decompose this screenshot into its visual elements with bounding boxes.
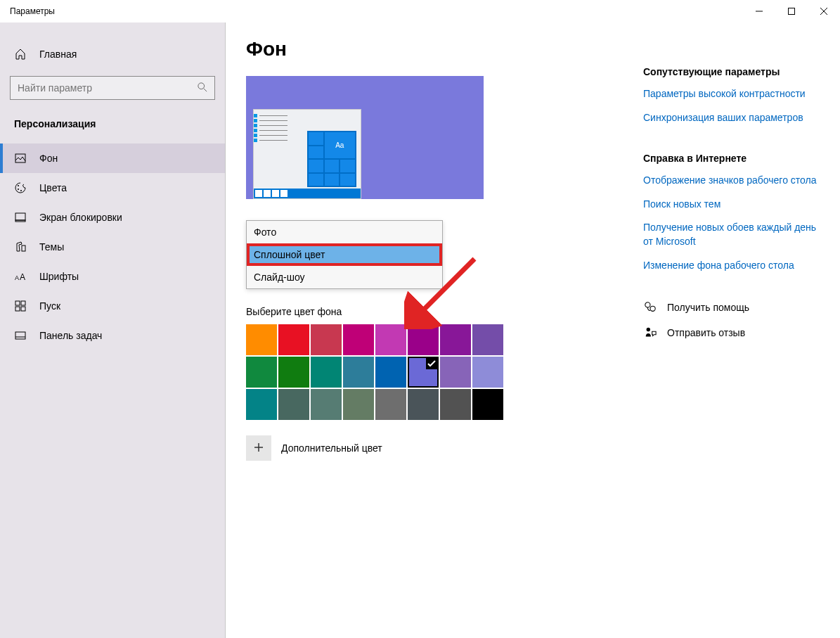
color-swatch-6[interactable] <box>440 324 471 355</box>
fonts-icon: AA <box>14 270 27 283</box>
svg-rect-10 <box>15 213 25 220</box>
lockscreen-icon <box>14 211 27 224</box>
home-label: Главная <box>39 49 77 60</box>
help-heading: Справка в Интернете <box>643 153 819 164</box>
minimize-button[interactable] <box>743 0 775 23</box>
plus-icon <box>253 442 264 455</box>
sidebar-item-2[interactable]: Экран блокировки <box>0 203 225 232</box>
related-link-1[interactable]: Синхронизация ваших параметров <box>643 111 819 125</box>
svg-point-23 <box>645 302 650 307</box>
search-box[interactable] <box>10 76 215 100</box>
color-swatch-5[interactable] <box>408 324 439 355</box>
get-help-button[interactable]: Получить помощь <box>643 300 819 314</box>
svg-rect-16 <box>21 301 25 305</box>
color-swatch-9[interactable] <box>278 357 309 388</box>
sidebar-item-label: Экран блокировки <box>39 212 122 223</box>
content-area: Фон Aa ФотоСплошной цветСлайд-шоу Выбери… <box>246 38 615 638</box>
color-swatch-4[interactable] <box>375 324 406 355</box>
feedback-button[interactable]: Отправить отзыв <box>643 326 819 340</box>
svg-point-9 <box>20 190 22 191</box>
search-input[interactable] <box>18 82 198 94</box>
color-swatch-10[interactable] <box>311 357 342 388</box>
help-link-2[interactable]: Получение новых обоев каждый день от Mic… <box>643 221 819 248</box>
dropdown-option-0[interactable]: Фото <box>247 221 442 243</box>
svg-rect-18 <box>21 307 25 311</box>
color-swatch-23[interactable] <box>472 389 503 420</box>
picture-icon <box>14 152 27 165</box>
color-swatch-2[interactable] <box>311 324 342 355</box>
help-link-1[interactable]: Поиск новых тем <box>643 198 819 212</box>
color-swatch-20[interactable] <box>375 389 406 420</box>
related-heading: Сопутствующие параметры <box>643 66 819 77</box>
help-icon <box>643 300 657 314</box>
themes-icon <box>14 241 27 253</box>
color-swatch-14[interactable] <box>440 357 471 388</box>
add-custom-color-button[interactable] <box>246 435 271 461</box>
color-swatch-17[interactable] <box>278 389 309 420</box>
sidebar-item-3[interactable]: Темы <box>0 232 225 262</box>
sidebar: Главная Персонализация ФонЦветаЭкран бло… <box>0 23 225 638</box>
window-title: Параметры <box>10 6 55 16</box>
taskbar-icon <box>14 329 27 342</box>
svg-point-7 <box>18 185 19 186</box>
sidebar-item-label: Пуск <box>39 300 60 312</box>
color-swatch-7[interactable] <box>472 324 503 355</box>
color-swatch-19[interactable] <box>343 389 374 420</box>
sidebar-item-5[interactable]: Пуск <box>0 291 225 321</box>
svg-point-25 <box>647 328 650 331</box>
svg-rect-15 <box>15 301 20 305</box>
close-button[interactable] <box>808 0 840 23</box>
page-title: Фон <box>246 38 615 60</box>
color-swatch-15[interactable] <box>472 357 503 388</box>
color-swatch-16[interactable] <box>246 389 277 420</box>
related-link-0[interactable]: Параметры высокой контрастности <box>643 87 819 101</box>
palette-icon <box>14 181 27 194</box>
maximize-button[interactable] <box>775 0 808 23</box>
svg-rect-12 <box>22 245 25 251</box>
color-swatch-22[interactable] <box>440 389 471 420</box>
sidebar-item-4[interactable]: AAШрифты <box>0 262 225 291</box>
background-type-dropdown[interactable]: ФотоСплошной цветСлайд-шоу <box>246 220 443 289</box>
background-preview: Aa <box>246 76 484 199</box>
sidebar-section-title: Персонализация <box>0 113 225 143</box>
svg-point-24 <box>650 306 655 311</box>
color-swatch-11[interactable] <box>343 357 374 388</box>
svg-rect-17 <box>15 307 20 311</box>
svg-point-4 <box>198 82 205 89</box>
sidebar-item-label: Шрифты <box>39 271 79 282</box>
help-link-0[interactable]: Отображение значков рабочего стола <box>643 174 819 188</box>
color-swatch-1[interactable] <box>278 324 309 355</box>
feedback-label: Отправить отзыв <box>667 327 745 338</box>
start-icon <box>14 300 27 312</box>
svg-rect-1 <box>789 8 795 15</box>
divider <box>225 23 226 638</box>
color-swatch-0[interactable] <box>246 324 277 355</box>
sidebar-item-label: Фон <box>39 153 58 164</box>
svg-text:A: A <box>20 272 25 282</box>
preview-window: Aa <box>253 109 361 199</box>
color-swatch-8[interactable] <box>246 357 277 388</box>
color-swatch-18[interactable] <box>311 389 342 420</box>
sidebar-item-6[interactable]: Панель задач <box>0 321 225 350</box>
home-icon <box>14 48 27 60</box>
sidebar-item-1[interactable]: Цвета <box>0 173 225 203</box>
dropdown-option-2[interactable]: Слайд-шоу <box>247 266 442 288</box>
home-button[interactable]: Главная <box>0 41 225 68</box>
sidebar-item-label: Панель задач <box>39 330 102 341</box>
svg-rect-11 <box>15 220 25 222</box>
help-link-3[interactable]: Изменение фона рабочего стола <box>643 259 819 273</box>
sidebar-item-label: Темы <box>39 241 64 253</box>
search-icon <box>198 82 207 94</box>
color-swatch-13[interactable] <box>408 357 439 388</box>
custom-color-label: Дополнительный цвет <box>281 442 382 454</box>
svg-line-5 <box>204 88 207 91</box>
color-swatch-12[interactable] <box>375 357 406 388</box>
sidebar-item-0[interactable]: Фон <box>0 143 225 173</box>
color-section-label: Выберите цвет фона <box>246 306 615 317</box>
svg-rect-19 <box>15 332 25 339</box>
color-swatch-3[interactable] <box>343 324 374 355</box>
color-swatch-21[interactable] <box>408 389 439 420</box>
titlebar-controls <box>743 0 840 23</box>
dropdown-option-1[interactable]: Сплошной цвет <box>247 243 442 266</box>
color-grid <box>246 324 615 420</box>
